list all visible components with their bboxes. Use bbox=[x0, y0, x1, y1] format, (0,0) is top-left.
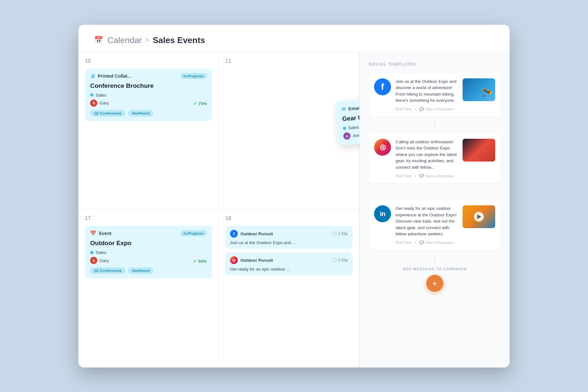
calendar-cell-17: 17 📅 Event In-Progress Outdoor Expo bbox=[78, 210, 219, 368]
li-platform-icon: in bbox=[374, 205, 391, 222]
comment-link-fb[interactable]: 💬 Start a Discussion bbox=[419, 107, 454, 111]
instagram-icon: ◎ bbox=[230, 256, 238, 264]
panel-title: SOCIAL TEMPLATES bbox=[369, 62, 500, 67]
comment-icon-fb: 💬 bbox=[419, 107, 424, 111]
template-linkedin[interactable]: in Get ready for an epic outdoor experie… bbox=[369, 200, 500, 250]
li-icon-text: in bbox=[380, 210, 385, 218]
check-icon-expo: ✓ bbox=[193, 259, 197, 264]
template-text-ig: Calling all outdoor enthusiasts! Don't m… bbox=[396, 139, 458, 171]
event-card-brochure[interactable]: 🖨 Printed Collat... In-Progress Conferen… bbox=[85, 69, 212, 121]
template-facebook[interactable]: f Join us at the Outdoor Expo and discov… bbox=[369, 73, 500, 117]
content-area: 10 🖨 Printed Collat... In-Progress Confe… bbox=[78, 52, 510, 368]
breadcrumb-current: Sales Events bbox=[153, 35, 205, 45]
tags-row-brochure: Q2 Conferences Northwest bbox=[90, 110, 207, 117]
header: 📅 Calendar > Sales Events bbox=[78, 25, 510, 52]
event-card-expo[interactable]: 📅 Event In-Progress Outdoor Expo Sales bbox=[85, 226, 212, 278]
fb-platform-icon: f bbox=[374, 78, 391, 95]
template-text-li: Get ready for an epic outdoor experience… bbox=[396, 205, 458, 237]
post-time-fb: 🕐 1:56p bbox=[332, 231, 348, 236]
template-text-fb: Join us at the Outdoor Expo and discover… bbox=[396, 78, 458, 104]
template-instagram[interactable]: ◎ Calling all outdoor enthusiasts! Don't… bbox=[369, 133, 500, 183]
comment-icon-ig: 💬 bbox=[419, 174, 424, 178]
event-title-expo: Outdoor Expo bbox=[90, 240, 207, 247]
status-badge-expo: In-Progress bbox=[180, 230, 207, 236]
template-image-li bbox=[463, 205, 495, 228]
cell-date-10: 10 bbox=[85, 58, 212, 64]
main-window: 📅 Calendar > Sales Events 10 🖨 bbox=[78, 25, 510, 368]
clock-icon-ig: 🕐 bbox=[332, 258, 337, 262]
plus-icon: + bbox=[432, 279, 437, 288]
template-footer-li: Best Time • 💬 Start a Discussion bbox=[396, 241, 458, 245]
panel-divider-1 bbox=[434, 122, 435, 128]
comment-link-li[interactable]: 💬 Start a Discussion bbox=[419, 241, 454, 245]
template-image-fb bbox=[463, 78, 495, 101]
dot-separator-ig: • bbox=[415, 174, 416, 178]
social-post-fb[interactable]: f Outdoor Pursuit 🕐 1:56p Join us at the… bbox=[225, 226, 352, 249]
social-post-ig[interactable]: ◎ Outdoor Pursuit 🕐 2:56p Get ready for … bbox=[225, 252, 352, 275]
expo-category-dot bbox=[90, 251, 93, 254]
outdoor-image bbox=[463, 78, 495, 101]
email-category-dot bbox=[343, 126, 346, 130]
event-icon: 📅 bbox=[90, 230, 96, 236]
avatar-anna: A bbox=[343, 132, 351, 139]
cell-date-18: 18 bbox=[225, 215, 352, 221]
category-row: Sales bbox=[90, 93, 207, 98]
play-button[interactable] bbox=[474, 212, 484, 222]
template-image-ig bbox=[463, 139, 495, 162]
assignee-row: G Gary ✓ 75% bbox=[90, 100, 207, 107]
panel-divider-3 bbox=[434, 255, 435, 262]
email-meta: Sales A Anna ✓ 80% bbox=[343, 119, 359, 140]
email-card-header: ✉ Email In-Progress bbox=[341, 100, 359, 112]
add-message-section: ADD MESSAGE TO CAMPAIGN + bbox=[369, 267, 500, 292]
balloon-image bbox=[463, 205, 495, 228]
panel-divider-2 bbox=[434, 188, 435, 195]
calendar-cell-18: 18 f Outdoor Pursuit 🕐 1:56p bbox=[219, 210, 359, 368]
calendar-icon: 📅 bbox=[94, 36, 103, 44]
avatar-gary: G bbox=[90, 100, 97, 107]
ig-platform-icon: ◎ bbox=[374, 139, 391, 156]
floating-email-card[interactable]: ✉ Email In-Progress Gear Up for This Yea… bbox=[335, 94, 359, 145]
post-text-ig: Get ready for an epic outdoor ... bbox=[230, 267, 348, 272]
template-content-ig: Calling all outdoor enthusiasts! Don't m… bbox=[396, 139, 458, 178]
check-icon: ✓ bbox=[193, 101, 197, 106]
template-footer-ig: Best Time • 💬 Start a Discussion bbox=[396, 174, 458, 178]
cell-date-11: 11 bbox=[225, 58, 352, 64]
email-type: ✉ Email bbox=[341, 105, 359, 112]
print-icon: 🖨 bbox=[90, 73, 95, 79]
tag-q2: Q2 Conferences bbox=[90, 110, 125, 117]
clock-icon-fb: 🕐 bbox=[332, 231, 337, 236]
post-text-fb: Join us at the Outdoor Expo and ... bbox=[230, 240, 348, 245]
post-header-ig: ◎ Outdoor Pursuit 🕐 2:56p bbox=[230, 256, 348, 264]
calendar-grid: 10 🖨 Printed Collat... In-Progress Confe… bbox=[78, 52, 359, 368]
template-content-li: Get ready for an epic outdoor experience… bbox=[396, 205, 458, 245]
comment-link-ig[interactable]: 💬 Start a Discussion bbox=[419, 174, 454, 178]
status-badge-brochure: In-Progress bbox=[180, 73, 207, 79]
tag-q2-expo: Q2 Conferences bbox=[90, 267, 125, 274]
breadcrumb-separator: > bbox=[145, 36, 150, 44]
dot-separator-fb: • bbox=[415, 107, 416, 111]
avatar-gary-expo: G bbox=[90, 257, 97, 264]
post-left-ig: ◎ Outdoor Pursuit bbox=[230, 256, 273, 264]
tag-northwest: Northwest bbox=[128, 110, 154, 117]
post-header-fb: f Outdoor Pursuit 🕐 1:56p bbox=[230, 230, 348, 238]
add-message-button[interactable]: + bbox=[426, 275, 443, 292]
comment-icon-li: 💬 bbox=[419, 241, 424, 245]
cell-date-17: 17 bbox=[85, 215, 212, 221]
calendar-section: 10 🖨 Printed Collat... In-Progress Confe… bbox=[78, 52, 359, 368]
event-card-header: 🖨 Printed Collat... In-Progress bbox=[90, 73, 207, 79]
expo-assignee-row: G Gary ✓ 50% bbox=[90, 257, 207, 264]
play-triangle bbox=[477, 214, 481, 219]
post-time-ig: 🕐 2:56p bbox=[332, 258, 348, 262]
expo-card-header: 📅 Event In-Progress bbox=[90, 230, 207, 236]
expo-category-row: Sales bbox=[90, 250, 207, 255]
tag-northwest-expo: Northwest bbox=[128, 267, 154, 274]
dot-separator-li: • bbox=[415, 241, 416, 244]
breadcrumb-calendar: Calendar bbox=[107, 35, 142, 45]
category-dot bbox=[90, 93, 93, 97]
event-type: 🖨 Printed Collat... bbox=[90, 73, 131, 79]
event-meta: Sales G Gary ✓ 75% bbox=[90, 93, 207, 107]
expo-meta: Sales G Gary ✓ 50% bbox=[90, 250, 207, 264]
template-content-fb: Join us at the Outdoor Expo and discover… bbox=[396, 78, 458, 111]
event-title-brochure: Conference Brochure bbox=[90, 82, 207, 89]
template-footer-fb: Best Time • 💬 Start a Discussion bbox=[396, 107, 458, 111]
